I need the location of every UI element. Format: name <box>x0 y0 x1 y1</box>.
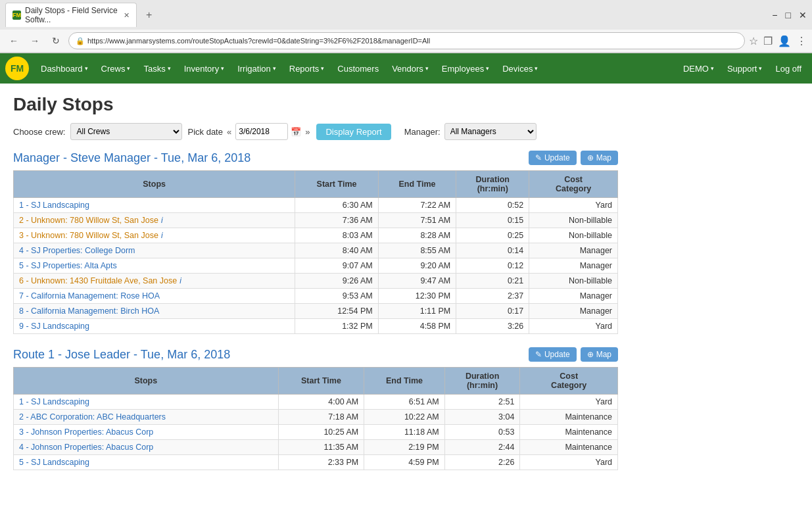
col-start-time: Start Time <box>278 368 364 395</box>
collections-icon[interactable]: ❐ <box>763 35 773 47</box>
end-cell: 4:59 PM <box>364 455 444 470</box>
info-icon[interactable]: i <box>161 216 163 225</box>
start-cell: 7:18 AM <box>278 410 364 425</box>
stop-link[interactable]: 3 - Unknown: 780 Willow St, San Jose <box>19 231 158 240</box>
forward-button[interactable]: → <box>26 32 43 49</box>
cost-cell: Yard <box>529 319 618 334</box>
stop-link[interactable]: 7 - California Management: Rose HOA <box>19 291 160 301</box>
stop-link[interactable]: 1 - SJ Landscaping <box>19 397 89 406</box>
table-row: 6 - Unknown: 1430 Fruitdale Ave, San Jos… <box>14 274 618 289</box>
stop-link[interactable]: 4 - Johnson Properties: Abacus Corp <box>19 443 153 452</box>
cost-cell: Yard <box>529 198 618 213</box>
table-row: 2 - Unknown: 780 Willow St, San Josei7:3… <box>14 213 618 228</box>
end-cell: 7:51 AM <box>378 213 456 228</box>
nav-item-irrigation[interactable]: Irrigation ▾ <box>231 53 283 84</box>
browser-nav-icons: ☆ ❐ 👤 ⋮ <box>749 35 807 47</box>
star-icon[interactable]: ☆ <box>749 35 758 47</box>
stop-cell: 1 - SJ Landscaping <box>14 395 279 410</box>
stop-link[interactable]: 5 - SJ Properties: Alta Apts <box>19 261 117 270</box>
address-bar[interactable]: 🔒 https://www.janmarsystems.com/routeSto… <box>68 32 745 49</box>
nav-item-vendors[interactable]: Vendors ▾ <box>385 53 435 84</box>
col-start-time: Start Time <box>295 171 378 198</box>
start-cell: 12:54 PM <box>295 304 378 319</box>
stop-link[interactable]: 6 - Unknown: 1430 Fruitdale Ave, San Jos… <box>19 276 177 285</box>
nav-item-reports[interactable]: Reports ▾ <box>283 53 331 84</box>
nav-item-devices[interactable]: Devices ▾ <box>496 53 544 84</box>
edit-icon: ✎ <box>535 350 542 359</box>
nav-item-demo[interactable]: DEMO ▾ <box>678 53 719 84</box>
nav-item-crews[interactable]: Crews ▾ <box>95 53 137 84</box>
start-cell: 9:53 AM <box>295 289 378 304</box>
section-1-table: Stops Start Time End Time Duration(hr:mi… <box>13 170 618 334</box>
date-next-button[interactable]: » <box>304 127 311 137</box>
section-2-buttons: ✎ Update ⊕ Map <box>529 347 618 362</box>
stop-link[interactable]: 3 - Johnson Properties: Abacus Corp <box>19 427 153 437</box>
stop-link[interactable]: 2 - ABC Corporation: ABC Headquarters <box>19 412 166 422</box>
duration-cell: 2:26 <box>444 455 520 470</box>
map-button-2[interactable]: ⊕ Map <box>581 347 618 362</box>
tab-favicon: FM <box>12 11 21 20</box>
crew-select[interactable]: All Crews <box>70 123 182 140</box>
update-button-1[interactable]: ✎ Update <box>529 151 577 165</box>
stop-link[interactable]: 2 - Unknown: 780 Willow St, San Jose <box>19 216 158 225</box>
col-cost-category: CostCategory <box>520 368 618 395</box>
manager-select[interactable]: All Managers <box>444 123 537 140</box>
end-cell: 12:30 PM <box>378 289 456 304</box>
stop-link[interactable]: 8 - California Management: Birch HOA <box>19 306 159 316</box>
start-cell: 11:35 AM <box>278 440 364 455</box>
refresh-button[interactable]: ↻ <box>47 32 64 49</box>
nav-item-inventory[interactable]: Inventory ▾ <box>178 53 231 84</box>
col-cost-category: CostCategory <box>529 171 618 198</box>
section-2-title: Route 1 - Jose Leader - Tue, Mar 6, 2018 <box>13 348 230 362</box>
tab-close-button[interactable]: ✕ <box>124 11 130 20</box>
table-row: 9 - SJ Landscaping1:32 PM4:58 PM3:26Yard <box>14 319 618 334</box>
nav-item-logoff[interactable]: Log off <box>770 53 807 84</box>
display-report-button[interactable]: Display Report <box>316 124 391 140</box>
nav-item-customers[interactable]: Customers <box>331 53 385 84</box>
start-cell: 8:40 AM <box>295 243 378 258</box>
stop-link[interactable]: 4 - SJ Properties: College Dorm <box>19 246 135 255</box>
minimize-button[interactable]: − <box>772 10 777 20</box>
nav-item-dashboard[interactable]: Dashboard ▾ <box>34 53 95 84</box>
extensions-icon[interactable]: ⋮ <box>796 35 807 47</box>
stop-link[interactable]: 5 - SJ Landscaping <box>19 458 89 467</box>
end-cell: 6:51 AM <box>364 395 444 410</box>
nav-item-employees[interactable]: Employees ▾ <box>435 53 496 84</box>
stop-link[interactable]: 1 - SJ Landscaping <box>19 201 89 210</box>
end-cell: 4:58 PM <box>378 319 456 334</box>
section-1-title: Manager - Steve Manager - Tue, Mar 6, 20… <box>13 151 251 165</box>
window-controls: − □ ✕ <box>772 10 807 20</box>
browser-chrome: FM Daily Stops - Field Service Softw... … <box>0 0 812 53</box>
col-stops: Stops <box>14 171 295 198</box>
nav-item-tasks[interactable]: Tasks ▾ <box>137 53 177 84</box>
browser-tab[interactable]: FM Daily Stops - Field Service Softw... … <box>5 3 137 27</box>
nav-item-support[interactable]: Support ▾ <box>722 53 768 84</box>
date-input[interactable] <box>235 123 288 140</box>
update-button-2[interactable]: ✎ Update <box>529 347 577 362</box>
end-cell: 10:22 AM <box>364 410 444 425</box>
stop-cell: 3 - Unknown: 780 Willow St, San Josei <box>14 228 295 243</box>
section-2-header: Route 1 - Jose Leader - Tue, Mar 6, 2018… <box>13 347 618 362</box>
stop-cell: 8 - California Management: Birch HOA <box>14 304 295 319</box>
duration-cell: 0:12 <box>456 258 529 274</box>
back-button[interactable]: ← <box>5 32 22 49</box>
end-cell: 2:19 PM <box>364 440 444 455</box>
end-cell: 8:28 AM <box>378 228 456 243</box>
cost-cell: Manager <box>529 258 618 274</box>
map-button-1[interactable]: ⊕ Map <box>581 151 618 165</box>
duration-cell: 0:15 <box>456 213 529 228</box>
date-prev-button[interactable]: « <box>226 127 233 137</box>
col-end-time: End Time <box>378 171 456 198</box>
calendar-icon[interactable]: 📅 <box>291 127 301 137</box>
info-icon[interactable]: i <box>161 231 163 240</box>
stop-link[interactable]: 9 - SJ Landscaping <box>19 322 89 331</box>
table-row: 5 - SJ Landscaping2:33 PM4:59 PM2:26Yard <box>14 455 618 470</box>
info-icon[interactable]: i <box>179 276 181 285</box>
chevron-down-icon: ▾ <box>711 65 714 72</box>
duration-cell: 0:14 <box>456 243 529 258</box>
table-row: 1 - SJ Landscaping6:30 AM7:22 AM0:52Yard <box>14 198 618 213</box>
close-button[interactable]: ✕ <box>799 10 807 20</box>
account-icon[interactable]: 👤 <box>778 35 791 47</box>
new-tab-button[interactable]: + <box>142 9 156 21</box>
maximize-button[interactable]: □ <box>786 10 791 20</box>
